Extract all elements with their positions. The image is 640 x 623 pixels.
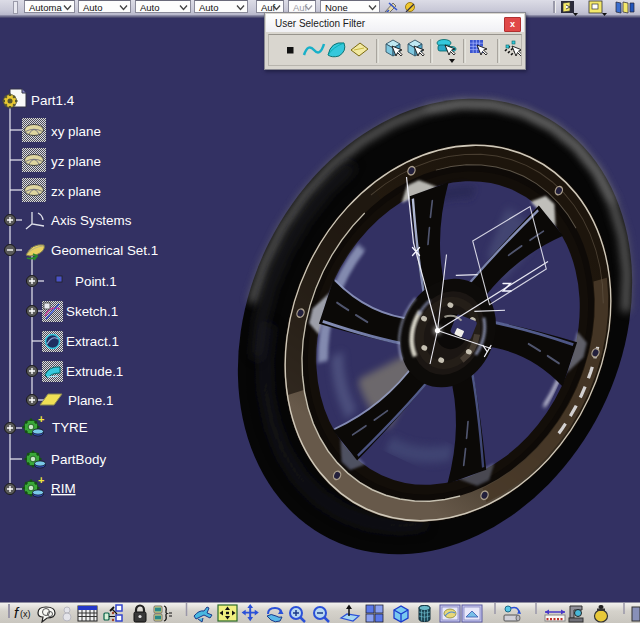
svg-text:(x): (x): [20, 609, 31, 619]
svg-text:PartBody: PartBody: [51, 452, 106, 467]
svg-text:+: +: [38, 413, 44, 425]
svg-text:+: +: [38, 474, 44, 486]
svg-text:Point.1: Point.1: [75, 274, 117, 289]
svg-text:Sketch.1: Sketch.1: [66, 304, 118, 319]
svg-text:Extrude.1: Extrude.1: [66, 364, 123, 379]
svg-text:Axis Systems: Axis Systems: [51, 213, 132, 228]
svg-text:zx plane: zx plane: [51, 184, 101, 199]
svg-text:xy plane: xy plane: [51, 124, 101, 139]
svg-text:Plane.1: Plane.1: [68, 393, 113, 408]
svg-text:yz plane: yz plane: [51, 154, 101, 169]
svg-text:Geometrical Set.1: Geometrical Set.1: [51, 243, 158, 258]
svg-text:Part1.4: Part1.4: [31, 93, 75, 108]
svg-text:Extract.1: Extract.1: [66, 334, 119, 349]
svg-text:RIM: RIM: [51, 481, 76, 496]
svg-text:TYRE: TYRE: [52, 420, 88, 435]
